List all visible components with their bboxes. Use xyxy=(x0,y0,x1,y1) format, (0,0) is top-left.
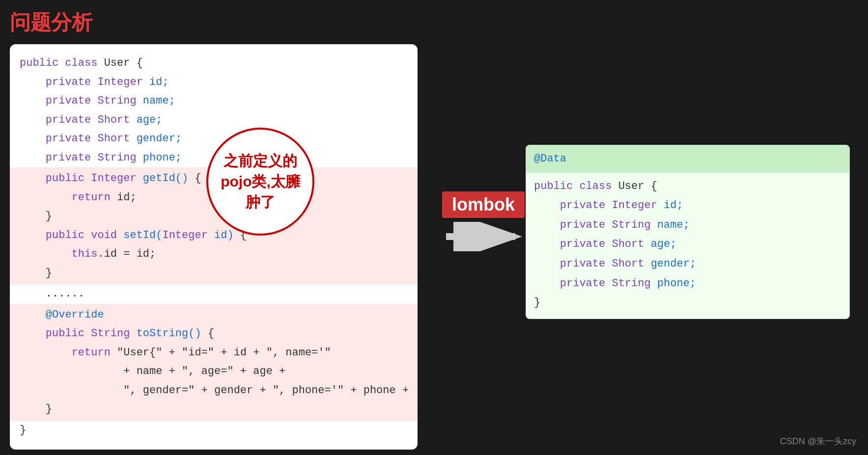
code-line: public class User { xyxy=(20,54,408,73)
code-section-top: public class User { private Integer id; … xyxy=(20,54,408,167)
right-code-line: private Integer id; xyxy=(534,196,841,215)
code-line: private Short gender; xyxy=(20,130,408,149)
code-line: return "User{" + "id=" + id + ", name='" xyxy=(20,344,408,363)
right-code-line: private String phone; xyxy=(534,274,841,294)
left-code-box: public class User { private Integer id; … xyxy=(10,44,418,450)
right-code-line: private Short age; xyxy=(534,235,841,254)
code-line: } xyxy=(20,264,408,283)
code-section-bottom-highlight: @Override public String toString() { ret… xyxy=(10,304,418,421)
page-title: 问题分析 xyxy=(10,9,92,36)
code-line: ...... xyxy=(20,285,408,304)
code-line: public String toString() { xyxy=(20,324,408,344)
code-line: @Override xyxy=(20,306,408,325)
circle-annotation: 之前定义的pojo类,太臃肿了 xyxy=(206,128,314,236)
code-line: } xyxy=(20,207,408,226)
right-code-line: } xyxy=(534,293,841,313)
right-code-line: public class User { xyxy=(534,177,841,196)
right-code-annotation: @Data xyxy=(534,149,841,169)
code-line: } xyxy=(20,421,408,440)
right-code-body: public class User { private Integer id; … xyxy=(526,173,849,319)
right-code-header: @Data xyxy=(526,145,849,173)
code-line: ", gender=" + gender + ", phone='" + pho… xyxy=(20,381,408,401)
right-code-box: @Data public class User { private Intege… xyxy=(526,145,850,319)
code-line: this.id = id; xyxy=(20,245,408,264)
code-line: + name + ", age=" + age + xyxy=(20,362,408,381)
code-line: private Short age; xyxy=(20,111,408,130)
arrow-label: lombok xyxy=(442,191,525,218)
code-line: private String name; xyxy=(20,92,408,111)
code-section-closing: } xyxy=(20,421,408,440)
code-line: public void setId(Integer id) { xyxy=(20,226,408,245)
arrow-container: lombok xyxy=(442,191,525,251)
right-code-line: private Short gender; xyxy=(534,254,841,274)
code-line: private Integer id; xyxy=(20,73,408,92)
watermark: CSDN @朱一头zcy xyxy=(780,435,856,447)
code-line: } xyxy=(20,400,408,419)
right-code-line: private String name; xyxy=(534,215,841,235)
code-section-dots: ...... xyxy=(20,285,408,304)
arrow-icon xyxy=(444,222,523,251)
